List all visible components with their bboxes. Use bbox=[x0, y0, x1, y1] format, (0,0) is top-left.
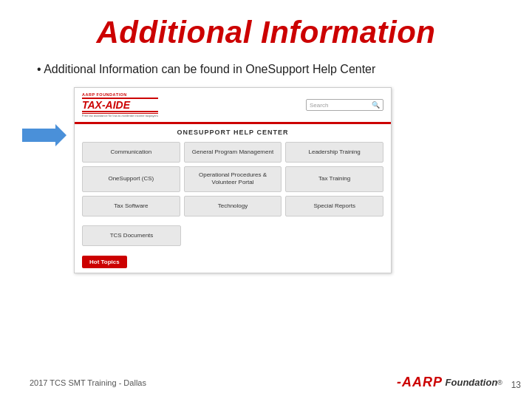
footer-logo-area: -AARP Foundation ® bbox=[397, 375, 502, 390]
grid-item-special-reports[interactable]: Special Reports bbox=[285, 196, 383, 216]
grid-item-tcs-documents[interactable]: TCS Documents bbox=[82, 225, 181, 246]
content-area: AARP Foundation TAX-AIDE Free tax assist… bbox=[30, 87, 502, 273]
aarp-header: AARP Foundation TAX-AIDE Free tax assist… bbox=[75, 88, 391, 124]
grid-item-general-program[interactable]: General Program Management bbox=[184, 142, 282, 163]
taxaide-label: TAX-AIDE bbox=[82, 100, 130, 110]
bottom-grid-row: TCS Documents bbox=[75, 222, 391, 252]
search-icon[interactable]: 🔍 bbox=[372, 101, 380, 109]
registered-mark: ® bbox=[497, 379, 502, 386]
grid-item-tax-training[interactable]: Tax Training bbox=[285, 166, 383, 192]
grid-item-leadership-training[interactable]: Leadership Training bbox=[285, 142, 383, 163]
grid-item-onesupport[interactable]: OneSupport (CS) bbox=[82, 166, 180, 192]
grid-item-technology[interactable]: Technology bbox=[184, 196, 282, 216]
aarp-logo-text: -AARP bbox=[397, 375, 443, 390]
page-title: Additional Information bbox=[30, 15, 502, 50]
search-placeholder: Search bbox=[310, 102, 369, 109]
footer: 2017 TCS SMT Training - Dallas -AARP Fou… bbox=[30, 375, 502, 390]
help-center-title: ONESUPPORT HELP CENTER bbox=[75, 124, 391, 139]
foundation-logo-text: Foundation bbox=[443, 377, 497, 388]
hot-topics-button[interactable]: Hot Topics bbox=[82, 256, 127, 268]
page-number: 13 bbox=[511, 380, 521, 390]
footer-text: 2017 TCS SMT Training - Dallas bbox=[30, 378, 146, 387]
aarp-logo: AARP Foundation TAX-AIDE Free tax assist… bbox=[82, 92, 158, 117]
bullet-point: • Additional Information can be found in… bbox=[37, 61, 502, 78]
hot-topics-row: Hot Topics bbox=[75, 252, 391, 273]
slide: Additional Information • Additional Info… bbox=[0, 0, 532, 399]
help-center-grid: Communication General Program Management… bbox=[75, 139, 391, 222]
arrow-indicator bbox=[22, 124, 66, 146]
red-divider-2 bbox=[82, 111, 158, 112]
grid-item-tax-software[interactable]: Tax Software bbox=[82, 196, 180, 216]
grid-item-operational-procedures[interactable]: Operational Procedures & Volunteer Porta… bbox=[184, 166, 282, 192]
grid-item-communication[interactable]: Communication bbox=[82, 142, 180, 163]
tagline: Free tax assistance for low-to-moderate … bbox=[82, 114, 158, 117]
onesupport-screenshot: AARP Foundation TAX-AIDE Free tax assist… bbox=[74, 87, 392, 273]
right-arrow-icon bbox=[22, 124, 66, 146]
foundation-label: AARP Foundation bbox=[82, 92, 127, 97]
search-bar[interactable]: Search 🔍 bbox=[306, 99, 383, 111]
aarp-foundation-logo: -AARP Foundation ® bbox=[397, 375, 502, 390]
